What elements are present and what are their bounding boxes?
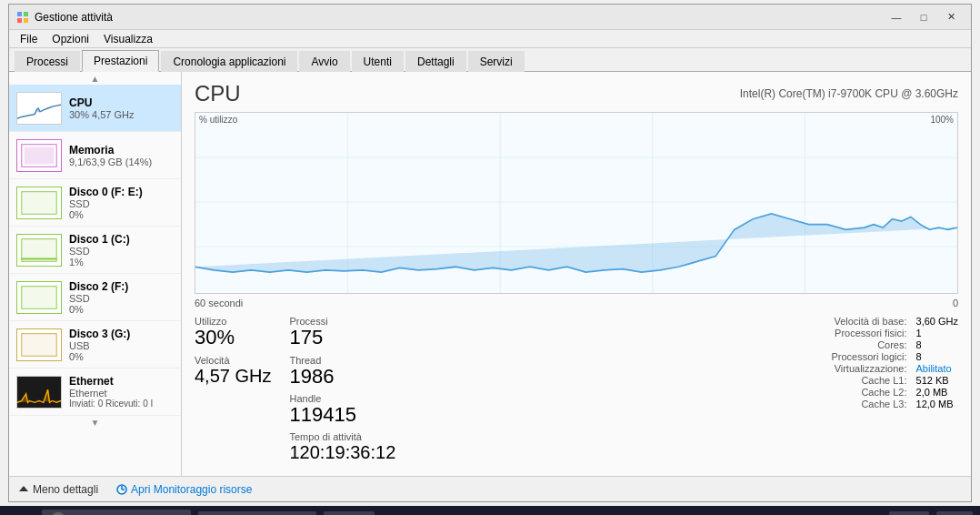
disk0-info: Disco 0 (F: E:) SSD 0%: [69, 186, 174, 220]
taskbar-item-3[interactable]: 2009: [889, 511, 929, 515]
cl1-value: 512 KB: [916, 375, 958, 386]
chevron-up-icon: [18, 484, 29, 495]
taskbar: 36 30 SECONDS TO MARS KINGS AND QUEENS E…: [0, 506, 980, 515]
cpu-info: CPU 30% 4,57 GHz: [69, 96, 174, 120]
menu-file[interactable]: File: [13, 31, 45, 47]
uptime-group: Tempo di attività 120:19:36:12: [289, 431, 395, 463]
sidebar-item-disk0[interactable]: Disco 0 (F: E:) SSD 0%: [9, 179, 181, 227]
disk3-name: Disco 3 (G:): [69, 328, 174, 340]
svg-rect-3: [24, 18, 28, 23]
tab-processi[interactable]: Processi: [15, 51, 80, 72]
disk1-info: Disco 1 (C:) SSD 1%: [69, 233, 174, 268]
tab-avvio[interactable]: Avvio: [299, 51, 349, 72]
stats-section: Utilizzo 30% Velocità 4,57 GHz Processi …: [195, 316, 958, 467]
chart-svg: [195, 113, 957, 293]
stats-col-right: Velocità di base: 3,60 GHz Processori fi…: [414, 316, 958, 467]
thread-group: Thread 1986: [289, 355, 395, 388]
disk0-usage: 0%: [69, 209, 174, 220]
open-monitor-button[interactable]: Apri Monitoraggio risorse: [116, 483, 252, 496]
monitor-icon: [116, 484, 127, 495]
tab-prestazioni[interactable]: Prestazioni: [82, 50, 159, 72]
cl2-value: 2,0 MB: [916, 387, 958, 398]
chart-y-max: 100%: [930, 115, 954, 125]
sidebar-item-disk2[interactable]: Disco 2 (F:) SSD 0%: [9, 274, 181, 321]
svg-rect-1: [24, 12, 28, 16]
memory-name: Memoria: [69, 144, 174, 157]
utilizzo-group: Utilizzo 30%: [195, 316, 271, 348]
title-controls: — □ ✕: [884, 8, 964, 26]
memory-thumbnail: [16, 139, 62, 172]
handle-group: Handle 119415: [289, 393, 395, 426]
ethernet-info: Ethernet Ethernet Inviati: 0 Ricevuti: 0…: [69, 375, 174, 409]
chart-x-label: 60 secondi: [195, 298, 243, 308]
uptime-label: Tempo di attività: [289, 431, 395, 442]
maximize-button[interactable]: □: [911, 8, 936, 26]
main-header: CPU Intel(R) Core(TM) i7-9700K CPU @ 3.6…: [195, 81, 958, 106]
app-icon: [16, 11, 29, 24]
cl3-value: 12,0 MB: [916, 399, 958, 409]
minimize-button[interactable]: —: [884, 8, 909, 26]
disk3-info: Disco 3 (G:) USB 0%: [69, 328, 174, 362]
sidebar-item-disk1[interactable]: Disco 1 (C:) SSD 1%: [9, 227, 181, 274]
virt-label: Virtualizzazione:: [831, 363, 906, 374]
sidebar-item-cpu[interactable]: CPU 30% 4,57 GHz: [9, 85, 181, 132]
disk3-usage: 0%: [69, 351, 174, 362]
disk0-type: SSD: [69, 198, 174, 209]
cpu-chart: % utilizzo 100%: [195, 112, 958, 294]
cores-label: Cores:: [831, 339, 906, 350]
pfisici-label: Processori fisici:: [831, 328, 906, 338]
cpu-model: Intel(R) Core(TM) i7-9700K CPU @ 3.60GHz: [740, 87, 958, 100]
cpu-name: CPU: [69, 96, 174, 109]
stats-col-mid: Processi 175 Thread 1986 Handle 119415 T…: [289, 316, 395, 467]
tab-bar: Processi Prestazioni Cronologia applicaz…: [9, 48, 971, 72]
sidebar-item-ethernet[interactable]: Ethernet Ethernet Inviati: 0 Ricevuti: 0…: [9, 369, 181, 416]
handle-label: Handle: [289, 393, 395, 404]
disk3-thumbnail: [16, 328, 62, 361]
taskbar-item-0[interactable]: 30 SECONDS TO MARS: [42, 510, 191, 515]
svg-rect-10: [22, 333, 56, 356]
less-details-button[interactable]: Meno dettagli: [18, 483, 98, 496]
tab-cronologia[interactable]: Cronologia applicazioni: [161, 51, 297, 72]
sidebar-item-memory[interactable]: Memoria 9,1/63,9 GB (14%): [9, 132, 181, 179]
disk2-usage: 0%: [69, 304, 174, 315]
ethernet-type: Ethernet: [69, 388, 174, 399]
svg-rect-6: [22, 191, 56, 214]
close-button[interactable]: ✕: [938, 8, 964, 26]
disk3-type: USB: [69, 340, 174, 351]
vbase-value: 3,60 GHz: [916, 316, 958, 327]
disk1-usage: 1%: [69, 257, 174, 268]
processi-value: 175: [289, 327, 395, 348]
chart-footer: 60 secondi 0: [195, 298, 958, 308]
plogici-label: Processori logici:: [831, 351, 906, 362]
handle-value: 119415: [289, 404, 395, 426]
main-panel: CPU Intel(R) Core(TM) i7-9700K CPU @ 3.6…: [182, 72, 971, 476]
tab-servizi[interactable]: Servizi: [468, 51, 525, 72]
thread-value: 1986: [289, 366, 395, 388]
velocita-value: 4,57 GHz: [195, 366, 271, 387]
disk0-thumbnail: [16, 187, 62, 219]
sidebar-item-disk3[interactable]: Disco 3 (G:) USB 0%: [9, 321, 181, 369]
taskbar-item-4[interactable]: --22: [936, 511, 973, 515]
menu-options[interactable]: Opzioni: [45, 31, 96, 47]
disk2-type: SSD: [69, 293, 174, 304]
page-title: CPU: [195, 81, 241, 106]
disk2-info: Disco 2 (F:) SSD 0%: [69, 280, 174, 315]
svg-rect-11: [17, 377, 61, 408]
open-monitor-label: Apri Monitoraggio risorse: [131, 483, 252, 496]
tab-utenti[interactable]: Utenti: [352, 51, 404, 72]
taskbar-item-1[interactable]: KINGS AND QUEENS: [198, 511, 315, 515]
disk2-thumbnail: [16, 281, 62, 314]
info-table: Velocità di base: 3,60 GHz Processori fi…: [831, 316, 958, 467]
taskbar-item-2[interactable]: English: [324, 511, 375, 515]
velocita-label: Velocità: [195, 355, 271, 366]
svg-rect-9: [22, 286, 56, 308]
velocita-group: Velocità 4,57 GHz: [195, 355, 271, 387]
scroll-up-button[interactable]: ▲: [9, 72, 181, 85]
tab-dettagli[interactable]: Dettagli: [405, 51, 466, 72]
title-bar: Gestione attività — □ ✕: [9, 5, 971, 30]
scroll-down-button[interactable]: ▼: [9, 416, 181, 429]
cl1-label: Cache L1:: [831, 375, 906, 386]
menu-view[interactable]: Visualizza: [96, 31, 160, 47]
processi-group: Processi 175: [289, 316, 395, 348]
title-bar-left: Gestione attività: [16, 11, 113, 24]
